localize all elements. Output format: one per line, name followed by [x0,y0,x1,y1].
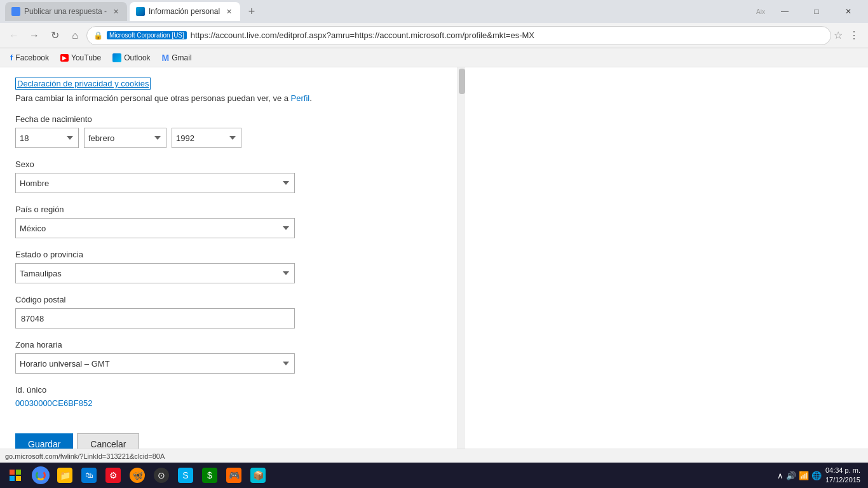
para-text-start: Para cambiar la información personal que… [15,93,291,103]
clock-date: 17/12/2015 [825,475,860,485]
wifi-icon[interactable]: 🌐 [811,471,822,480]
bookmark-outlook[interactable]: Outlook [107,51,155,64]
birth-date-row: 18 febrero 1992 [15,128,442,148]
status-bar: go.microsoft.com/fwlink/?LinkId=313221&c… [0,449,868,463]
state-label: Estado o provincia [15,250,442,259]
taskbar-chrome[interactable] [29,464,52,487]
taskbar-app10[interactable]: 📦 [247,464,269,487]
tab-close-2[interactable]: ✕ [224,6,234,17]
chevron-up-icon[interactable]: ∧ [777,471,783,480]
app10-icon: 📦 [250,468,266,483]
secure-icon: 🔒 [93,31,103,40]
taskbar-app8[interactable]: $ [198,464,221,487]
description-paragraph: Para cambiar la información personal que… [15,93,442,103]
state-select[interactable]: Tamaulipas [15,263,295,283]
tab-informacion[interactable]: Información personal ✕ [130,2,240,21]
birth-month-select[interactable]: febrero [84,128,166,148]
app8-icon: $ [202,468,217,483]
forward-button[interactable]: → [25,27,43,44]
taskbar-tray: ∧ 🔊 📶 🌐 04:34 p. m. 17/12/2015 [777,466,865,485]
uid-value: 00030000CE6BF852 [15,398,442,408]
cancel-button[interactable]: Cancelar [77,433,139,449]
start-button[interactable] [3,464,28,487]
country-select[interactable]: México [15,218,295,238]
privacy-link[interactable]: Declaración de privacidad y cookies [15,78,151,90]
app9-icon: 🎮 [226,468,241,483]
volume-icon[interactable]: 🔊 [786,471,796,480]
main-content: Declaración de privacidad y cookies Para… [0,67,458,449]
new-tab-button[interactable]: + [243,3,261,20]
taskbar-app5[interactable]: 🦋 [126,464,149,487]
app4-icon: ⚙ [105,468,121,483]
store-icon: 🛍 [81,468,97,483]
app6-icon: ⊙ [154,468,169,483]
app7-icon: S [178,468,193,483]
network-icon[interactable]: 📶 [799,471,809,480]
gmail-icon: M [162,53,170,63]
tab-favicon [11,7,20,16]
bookmark-facebook-label: Facebook [15,53,49,62]
scrollbar-thumb[interactable] [459,69,465,94]
home-button[interactable]: ⌂ [66,27,84,44]
timezone-label: Zona horaria [15,340,442,349]
timezone-select[interactable]: Horario universal – GMT [15,353,295,374]
bookmark-gmail-label: Gmail [172,53,191,62]
birth-day-select[interactable]: 18 [15,128,79,148]
bookmark-youtube-label: YouTube [71,53,101,62]
bookmarks-bar: f Facebook ▶ YouTube Outlook M Gmail [0,48,868,67]
bookmark-star[interactable]: ☆ [834,29,843,41]
bookmark-facebook[interactable]: f Facebook [5,51,54,64]
birth-label: Fecha de nacimiento [15,114,442,124]
taskbar-clock[interactable]: 04:34 p. m. 17/12/2015 [825,466,860,485]
facebook-icon: f [10,53,13,62]
save-button[interactable]: Guardar [15,433,73,449]
taskbar-app9[interactable]: 🎮 [222,464,245,487]
back-button[interactable]: ← [5,27,23,44]
sex-label: Sexo [15,159,442,169]
taskbar: 📁 🛍 ⚙ 🦋 ⊙ S $ 🎮 📦 ∧ [0,463,868,488]
tab-close-1[interactable]: ✕ [111,6,121,17]
bookmark-youtube[interactable]: ▶ YouTube [55,51,106,64]
clock-time: 04:34 p. m. [825,466,860,475]
birth-year-select[interactable]: 1992 [172,128,241,148]
url-text: https://account.live.com/editprof.aspx?a… [191,30,824,40]
youtube-icon: ▶ [60,54,69,62]
aix-label: Aix [756,8,765,15]
taskbar-app7[interactable]: S [174,464,197,487]
postal-input[interactable] [15,308,295,329]
sys-icons: ∧ 🔊 📶 🌐 [777,471,822,480]
bookmark-outlook-label: Outlook [124,53,150,62]
country-label: País o región [15,205,442,214]
tab-publicar[interactable]: Publicar una respuesta - ... ✕ [5,2,127,21]
outlook-icon [112,53,121,62]
minimize-button[interactable]: — [770,3,799,20]
reload-button[interactable]: ↻ [46,27,64,44]
explorer-icon: 📁 [57,468,72,483]
taskbar-app4[interactable]: ⚙ [102,464,125,487]
bookmark-gmail[interactable]: M Gmail [157,51,197,65]
close-button[interactable]: ✕ [834,3,863,20]
form-buttons: Guardar Cancelar [15,421,442,449]
sex-select[interactable]: Hombre [15,173,295,193]
uid-label: Id. único [15,385,442,395]
security-badge: Microsoft Corporation [US] [107,31,187,39]
tab-label: Publicar una respuesta - ... [24,7,107,16]
taskbar-store[interactable]: 🛍 [78,464,100,487]
status-url: go.microsoft.com/fwlink/?LinkId=313221&c… [5,452,165,460]
taskbar-app6[interactable]: ⊙ [150,464,173,487]
tab-label-active: Información personal [149,7,220,16]
address-bar[interactable]: 🔒 Microsoft Corporation [US] https://acc… [86,26,831,45]
maximize-button[interactable]: □ [802,3,831,20]
scrollbar[interactable] [458,67,465,449]
settings-button[interactable]: ⋮ [845,27,863,44]
chrome-icon [32,466,50,484]
tab-favicon-active [136,7,145,16]
perfil-link[interactable]: Perfil [291,93,310,103]
para-text-end: . [309,93,312,103]
app5-icon: 🦋 [130,468,145,483]
postal-label: Código postal [15,295,442,304]
taskbar-explorer[interactable]: 📁 [53,464,76,487]
